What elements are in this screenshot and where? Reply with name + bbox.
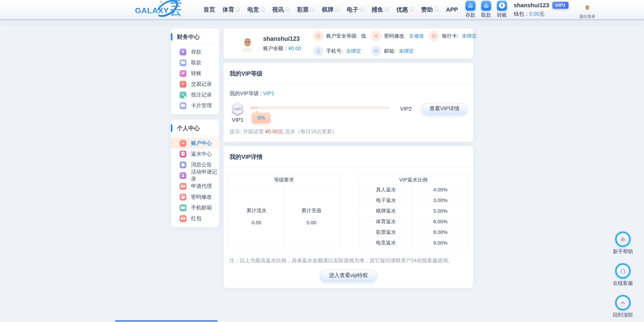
chevron-down-icon xyxy=(285,8,290,12)
nav-item-app[interactable]: APP xyxy=(446,6,458,13)
envelope-yen-icon: ¥ xyxy=(180,183,186,190)
nav-item-home[interactable]: 首页 xyxy=(204,6,215,14)
finance-center-title: 财务中心 xyxy=(171,28,219,41)
bank-card-icon xyxy=(180,59,186,66)
bind-phone-link[interactable]: 去绑定 xyxy=(346,48,361,55)
sidebar-item-change-password[interactable]: 密码修改 xyxy=(171,192,219,202)
nav-item-fishing[interactable]: 捕鱼 xyxy=(372,6,389,14)
divider xyxy=(224,167,473,167)
online-service-button[interactable]: 在线客服 xyxy=(613,265,633,287)
main-content: shanshui123 账户余额：¥0.00 账户安全等级: 低 xyxy=(224,28,473,288)
sidebar-item-deposit[interactable]: ¥ 存款 xyxy=(171,47,219,57)
chevron-down-icon xyxy=(384,8,389,12)
divider xyxy=(224,84,473,84)
bank-card-icon xyxy=(180,102,186,109)
go-change-password-link[interactable]: 去修改 xyxy=(409,33,424,40)
bet-list-dice-icon: ≡ xyxy=(180,92,186,98)
personal-center-card: 个人中心 账户中心 返水中心 消息公告 活动申请记录 ¥ 申请代理 xyxy=(171,120,219,227)
avatar[interactable] xyxy=(582,3,592,13)
top-header: GALAXY 星云 首页 体育 电竞 视讯 彩票 棋牌 电子 捕鱼 优惠 赞助 … xyxy=(0,0,644,19)
sidebar-item-red-packet[interactable]: ¥ 红包 xyxy=(171,213,219,224)
table-row: 体育返水6.00% xyxy=(359,216,468,227)
envelope-yen-icon: ¥ xyxy=(180,215,186,222)
profile-card: shanshui123 账户余额：¥0.00 账户安全等级: 低 xyxy=(224,28,473,59)
vip-hexagon-badge-icon: VIP xyxy=(231,102,244,117)
vip-detail-card: 我的VIP详情 等级要求 累计流水 0.00 xyxy=(224,146,473,288)
shield-check-icon xyxy=(314,31,323,41)
sidebar-item-phone-email[interactable]: 手机邮箱 xyxy=(171,202,219,213)
sidebar-item-withdraw[interactable]: 取款 xyxy=(171,57,219,68)
nav-item-sponsor[interactable]: 赞助 xyxy=(421,6,438,14)
sidebar-item-card-management[interactable]: 卡片管理 xyxy=(171,100,219,111)
view-vip-privileges-button[interactable]: 进入查看vip特权 xyxy=(320,270,377,281)
header-divider xyxy=(0,19,644,20)
sidebar-item-rebate-center[interactable]: 返水中心 xyxy=(171,149,219,159)
bank-card-icon xyxy=(430,31,438,41)
sidebar-item-transfer[interactable]: ⇄ 转账 xyxy=(171,68,219,79)
site-logo[interactable]: GALAXY 星云 xyxy=(135,0,190,19)
newbie-help-button[interactable]: 新手帮助 xyxy=(613,233,633,255)
rebate-ratio-table: VIP返水比例 真人返水4.00% 电子返水3.00% 棋牌返水5.00% 体育… xyxy=(359,175,468,248)
bind-bank-card-link[interactable]: 未绑定 xyxy=(462,33,477,40)
chevron-down-icon xyxy=(434,8,438,12)
sidebar-item-bet-records[interactable]: ≡ 投注记录 xyxy=(171,90,219,100)
account-balance: 账户余额：¥0.00 xyxy=(263,45,306,52)
robot-icon xyxy=(617,233,629,245)
chevron-down-icon xyxy=(260,8,265,12)
logo-text-en: GALAXY xyxy=(135,7,169,15)
svg-text:VIP: VIP xyxy=(234,107,241,112)
nav-item-esports[interactable]: 电竞 xyxy=(247,6,265,14)
bind-email-link[interactable]: 未绑定 xyxy=(399,48,414,55)
vip-badge-caption: VIP1 xyxy=(232,117,243,123)
level-requirements-table: 等级要求 累计流水 0.00 xyxy=(229,175,339,248)
sidebar-item-account-center[interactable]: 账户中心 xyxy=(171,138,219,149)
password-change-item: 密码修改: 去修改 xyxy=(372,31,430,41)
profile-username: shanshui123 xyxy=(263,35,306,42)
view-vip-details-button[interactable]: 查看VIP详情 xyxy=(422,103,467,114)
deposit-icon xyxy=(466,1,476,11)
transfer-button[interactable]: ¥ 转账 xyxy=(497,1,507,19)
vip-detail-title: 我的VIP详情 xyxy=(224,146,473,161)
document-icon: ≡ xyxy=(180,81,186,88)
header-username: shanshui123 xyxy=(514,2,549,9)
nav-item-lottery[interactable]: 彩票 xyxy=(297,6,314,14)
withdraw-button[interactable]: 取款 xyxy=(481,1,491,19)
nav-item-slots[interactable]: 电子 xyxy=(347,6,364,14)
logout-button[interactable]: 退出登录 xyxy=(579,14,595,19)
table-row: 真人返水4.00% xyxy=(359,184,468,195)
nav-item-boardgames[interactable]: 棋牌 xyxy=(322,6,339,14)
bank-card-item: 银行卡: 未绑定 xyxy=(430,31,487,41)
nav-item-live[interactable]: 视讯 xyxy=(272,6,290,14)
rebate-note: 注：以上为最高返水比例，具体返水金额请以实际游戏为准，其它疑问请联系7*24在线… xyxy=(229,257,473,264)
cumulative-turnover-cell: 累计流水 0.00 xyxy=(229,184,284,248)
back-to-top-button[interactable]: 回到顶部 xyxy=(613,296,633,318)
nav-item-promos[interactable]: 优惠 xyxy=(396,6,414,14)
nav-item-sports[interactable]: 体育 xyxy=(222,6,240,14)
chevron-down-icon xyxy=(360,8,364,12)
account-center-page: { "header": { "logo": { "text_en": "GALA… xyxy=(0,0,644,322)
lock-icon xyxy=(180,194,186,200)
floating-helper-panel: 新手帮助 在线客服 回到顶部 xyxy=(613,233,633,318)
deposit-button[interactable]: 存款 xyxy=(466,1,476,19)
wallet-quick-actions: 存款 取款 ¥ 转账 xyxy=(466,1,507,19)
chevron-down-icon xyxy=(236,8,240,12)
chevron-down-icon xyxy=(310,8,314,12)
next-vip-level-label: VIP2 xyxy=(396,106,416,112)
rebate-table-header: VIP返水比例 xyxy=(359,175,468,184)
security-info-grid: 账户安全等级: 低 密码修改: 去修改 xyxy=(314,31,487,56)
progress-percent-bubble: 0% xyxy=(252,113,270,123)
security-level-item: 账户安全等级: 低 xyxy=(314,31,372,41)
sidebar: 财务中心 ¥ 存款 取款 ⇄ 转账 ≡ 交易记录 ≡ 投注记录 xyxy=(171,28,219,227)
personal-center-title: 个人中心 xyxy=(171,120,219,132)
horizontal-scrollbar-thumb[interactable] xyxy=(115,320,218,322)
heart-envelope-icon xyxy=(180,140,186,147)
wallet-yen-icon: ¥ xyxy=(180,49,186,55)
security-level-value: 低 xyxy=(361,33,366,40)
yen-icon: ¥ xyxy=(499,3,505,9)
chevron-up-icon xyxy=(617,296,629,309)
mail-icon xyxy=(372,47,381,56)
sidebar-item-activity-applications[interactable]: 活动申请记录 xyxy=(171,170,219,181)
sidebar-item-transaction-records[interactable]: ≡ 交易记录 xyxy=(171,79,219,90)
avatar xyxy=(239,35,256,52)
divider xyxy=(176,44,215,45)
